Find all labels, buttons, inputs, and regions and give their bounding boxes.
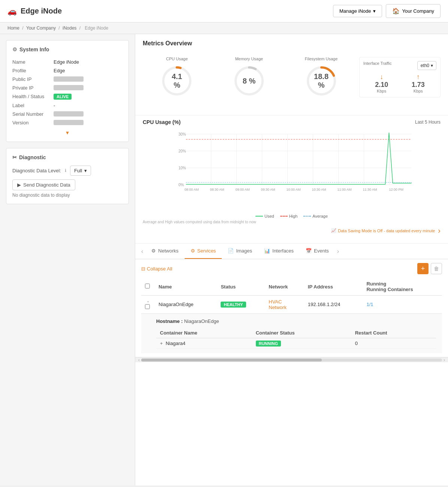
scrollbar-thumb[interactable] [141,359,322,362]
label-row: Label - [12,101,122,110]
system-info-title: ⚙ System Info [12,46,122,52]
col-container-name: Container Name [156,328,252,338]
tabs-prev-arrow[interactable]: ‹ [139,248,145,255]
table-actions: + 🗑 [417,263,442,274]
services-icon: ⚙ [191,248,195,254]
tabs-next-arrow[interactable]: › [335,248,341,255]
send-icon: ▶ [17,182,21,188]
health-row: Health / Status ALIVE [12,92,122,101]
cpu-gauge-circle: 4.1 % [160,64,194,98]
serial-row: Serial Number [12,110,122,118]
collapse-all-button[interactable]: ⊟ Collapse All [141,266,172,272]
scroll-left-arrow[interactable]: ‹ [137,357,141,363]
hostname-row: Hostname : NiagaraOnEdge [156,318,436,324]
upload-item: ↑ 1.73 Kbps [412,73,425,93]
expand-chevron-icon[interactable]: ▼ [12,130,122,136]
serial-value [54,111,84,117]
data-saving-note: 📈 Data Saving Mode is Off - data updated… [331,228,435,233]
service-network[interactable]: HVACNetwork [265,296,304,314]
chart-legend: Used High Average [143,214,441,218]
info-icon[interactable]: ℹ [65,168,66,173]
tab-images[interactable]: 📄 Images [222,244,258,259]
svg-text:12:00 PM: 12:00 PM [389,188,404,191]
tab-interfaces[interactable]: 📊 Interfaces [258,244,300,259]
page-title: Edge iNode [21,7,62,15]
download-arrow-icon: ↓ [375,73,388,81]
svg-text:09:30 AM: 09:30 AM [261,188,275,191]
public-ip-value [54,76,84,82]
breadcrumb-current: Edge iNode [85,25,108,31]
diagnostic-level-select[interactable]: Full ▾ [70,166,91,176]
tab-events[interactable]: 📅 Events [300,244,335,259]
col-header-name: Name [155,278,217,296]
company-button[interactable]: 🏠 Your Company [386,4,441,18]
col-header-status: Status [217,278,265,296]
images-icon: 📄 [228,248,234,254]
cpu-chart-svg: 30% 20% 10% 0% [143,129,441,211]
collapse-icon: ⊟ [141,266,145,272]
add-service-button[interactable]: + [417,263,429,274]
col-header-running: Running Running Containers [363,278,442,296]
high-line-icon [280,216,288,217]
eth-select[interactable]: eth0 ▾ [417,61,436,70]
chart-next-arrow[interactable]: › [438,226,441,235]
interface-traffic-card: Interface Traffic eth0 ▾ ↓ 2.10 Kbps [359,57,441,97]
public-ip-row: Public IP [12,75,122,84]
legend-high: High [280,214,298,218]
cpu-chart-container: 30% 20% 10% 0% [143,129,441,224]
col-container-restart: Restart Count [351,328,436,338]
memory-gauge-circle: 8 % [232,64,266,98]
header-left: 🚗 Edge iNode [7,7,62,16]
chart-footer: 📈 Data Saving Mode is Off - data updated… [143,224,441,237]
svg-text:11:00 AM: 11:00 AM [337,188,352,191]
breadcrumb-company[interactable]: Your Company [26,25,56,31]
legend-average: Average [303,214,328,218]
manage-inode-label: Manage iNode [339,8,371,14]
interfaces-icon: 📊 [264,248,270,254]
main-layout: ⚙ System Info Name Edge iNode Profile Ed… [0,34,448,486]
select-all-checkbox[interactable] [145,284,150,288]
collapse-row: ⊟ Collapse All + 🗑 [141,263,442,274]
col-container-status: Container Status [252,328,351,338]
service-name: NiagaraOnEdge [155,296,217,314]
avg-line-icon [303,216,311,217]
chart-header: CPU Usage (%) Last 5 Hours [143,115,441,129]
send-diagnostic-button[interactable]: ▶ Send Diagnostic Data [12,179,75,190]
manage-chevron-icon: ▾ [373,8,376,14]
scrollbar-track[interactable] [141,359,442,362]
tab-services[interactable]: ⚙ Services [185,244,222,259]
private-ip-value [54,85,84,90]
health-badge: ALIVE [54,94,72,100]
row-checkbox[interactable] [145,304,150,309]
gear-icon: ⚙ [12,46,17,52]
manage-inode-button[interactable]: Manage iNode ▾ [333,5,382,17]
no-data-text: No diagnostic data to display [12,193,122,198]
metrics-title: Metrics Overview [143,40,441,47]
scroll-right-arrow[interactable]: › [442,357,447,363]
inode-icon: 🚗 [7,7,17,16]
svg-text:08:30 AM: 08:30 AM [210,188,224,191]
used-line-icon [255,216,263,217]
trash-icon: 🗑 [434,266,439,272]
company-label: Your Company [402,8,434,14]
svg-text:10:00 AM: 10:00 AM [287,188,301,191]
container-expand-icon[interactable]: + [160,341,163,346]
top-header: 🚗 Edge iNode Manage iNode ▾ 🏠 Your Compa… [0,0,448,22]
download-item: ↓ 2.10 Kbps [375,73,388,93]
breadcrumb: Home / Your Company / iNodes / Edge iNod… [0,22,448,34]
delete-service-button[interactable]: 🗑 [431,263,442,274]
breadcrumb-home[interactable]: Home [7,25,19,31]
filesystem-gauge: Filesystem Usage 18.8 % [287,53,355,102]
svg-text:20%: 20% [179,149,186,153]
breadcrumb-inodes[interactable]: iNodes [63,25,76,31]
svg-text:0%: 0% [179,183,184,187]
private-ip-row: Private IP [12,84,122,92]
select-chevron-icon: ▾ [84,168,87,173]
metrics-section: Metrics Overview CPU Usage 4.1 % Me [135,34,448,115]
svg-text:30%: 30% [179,132,186,136]
svg-text:10%: 10% [179,166,186,170]
diagnostic-icon: ✂ [12,154,17,160]
tab-networks[interactable]: ⚙ Networks [145,244,184,259]
container-table-header: Container Name Container Status Restart … [156,328,436,338]
left-sidebar: ⚙ System Info Name Edge iNode Profile Ed… [0,34,135,486]
